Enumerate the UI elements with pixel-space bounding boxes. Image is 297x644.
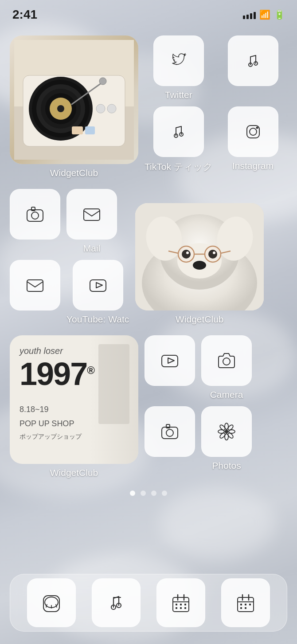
svg-rect-86 [245, 607, 246, 609]
camera-icon-1 [23, 203, 47, 226]
row1: WidgetClub Twitter [10, 35, 287, 178]
svg-point-50 [166, 429, 173, 436]
youtube-label: YouTube: Watc [66, 314, 129, 325]
camera-icon-2 [215, 349, 238, 372]
calendar-2-app[interactable] [221, 578, 270, 627]
music-dock-app[interactable] [92, 578, 141, 627]
twitter-icon [167, 49, 190, 72]
twitter-app[interactable]: Twitter [145, 35, 213, 100]
page-dot-3 [151, 491, 156, 496]
tiktok-app[interactable]: TikTok ティック [145, 106, 213, 173]
svg-point-36 [193, 261, 206, 270]
svg-marker-47 [168, 358, 174, 363]
youtube-icon [86, 274, 109, 297]
svg-rect-61 [43, 596, 59, 612]
row3-right-apps: Camera [145, 335, 252, 471]
svg-rect-27 [27, 280, 43, 291]
calendar-2-icon [234, 591, 257, 614]
widgetclub-dog-label: WidgetClub [176, 314, 224, 325]
wifi-icon: 📶 [259, 9, 270, 20]
svg-point-52 [225, 430, 228, 433]
camera-label: Camera [210, 389, 243, 400]
instagram-icon [242, 120, 265, 143]
svg-rect-76 [180, 607, 182, 609]
status-icons: 📶 🔋 [243, 9, 285, 20]
svg-point-13 [107, 104, 116, 113]
twitter-label: Twitter [165, 90, 192, 100]
mail-icon-1 [80, 203, 103, 226]
battery-icon: 🔋 [274, 9, 285, 20]
photos-label: Photos [212, 460, 241, 471]
row3: youth loser 1997® 8.18~19 POP UP SHOP ポッ… [10, 335, 287, 478]
widgetclub-dog-widget[interactable]: WidgetClub [135, 203, 264, 325]
calendar-1-app[interactable] [156, 578, 205, 627]
svg-rect-82 [240, 604, 242, 605]
mail-app-2[interactable] [10, 260, 60, 325]
status-time: 2:41 [12, 8, 37, 22]
line-icon [40, 591, 63, 614]
instagram-label: Instagram [232, 161, 274, 171]
svg-rect-72 [176, 604, 177, 605]
svg-marker-29 [96, 283, 102, 288]
svg-rect-28 [90, 280, 106, 291]
svg-rect-85 [240, 607, 242, 609]
svg-rect-15 [85, 126, 95, 134]
page-dots [10, 491, 287, 496]
instagram-app[interactable]: Instagram [219, 106, 287, 173]
tiktok-icon [167, 120, 190, 143]
svg-point-12 [96, 104, 105, 113]
svg-rect-77 [184, 607, 186, 609]
row2-left-apps: Mail [10, 189, 129, 325]
camera-icon-3 [158, 420, 181, 443]
home-screen: WidgetClub Twitter [0, 27, 297, 644]
widgetclub-1997-widget[interactable]: youth loser 1997® 8.18~19 POP UP SHOP ポッ… [10, 335, 138, 478]
status-bar: 2:41 📶 🔋 [0, 0, 297, 25]
widgetclub-1997-label: WidgetClub [50, 467, 98, 478]
svg-point-11 [99, 78, 106, 85]
svg-rect-23 [27, 210, 43, 221]
signal-icon [243, 10, 256, 19]
widgetclub-record-label: WidgetClub [50, 168, 98, 178]
youtube-app[interactable]: YouTube: Watc [66, 260, 129, 325]
page-dot-4 [162, 491, 167, 496]
svg-rect-84 [249, 604, 251, 605]
svg-line-65 [56, 605, 57, 607]
svg-rect-83 [245, 604, 246, 605]
svg-point-41 [178, 246, 194, 262]
play-app[interactable] [145, 335, 195, 400]
mail-icon-2 [23, 274, 47, 297]
dock [10, 574, 287, 632]
mail-app-1[interactable]: Mail [66, 189, 117, 254]
dog-image [135, 203, 264, 310]
mail-label: Mail [83, 243, 101, 254]
camera-app-3[interactable] [145, 406, 195, 471]
row2: Mail [10, 189, 287, 325]
music-app[interactable] [219, 35, 287, 100]
svg-rect-73 [180, 604, 182, 605]
widgetclub-record-widget[interactable]: WidgetClub [10, 35, 138, 178]
svg-rect-49 [162, 427, 178, 439]
photos-icon [215, 420, 238, 443]
tiktok-label: TikTok ティック [145, 161, 213, 173]
svg-rect-75 [176, 607, 177, 609]
svg-rect-74 [184, 604, 186, 605]
svg-rect-14 [72, 126, 83, 134]
music-icon [242, 49, 265, 72]
svg-point-21 [250, 128, 257, 135]
photos-app[interactable]: Photos [201, 406, 252, 471]
music-dock-icon [105, 591, 128, 614]
camera-app-1[interactable] [10, 189, 60, 254]
line-app[interactable] [27, 578, 76, 627]
camera-app-2[interactable]: Camera [201, 335, 252, 400]
calendar-1-icon [169, 591, 192, 614]
record-player-image [14, 40, 134, 160]
svg-point-42 [205, 246, 221, 262]
svg-point-48 [223, 358, 230, 365]
svg-rect-26 [84, 209, 100, 220]
svg-rect-46 [162, 355, 178, 367]
svg-point-24 [31, 212, 39, 219]
svg-point-22 [256, 127, 258, 129]
svg-line-63 [46, 605, 47, 607]
svg-point-9 [57, 105, 64, 112]
page-dot-1 [130, 491, 135, 496]
